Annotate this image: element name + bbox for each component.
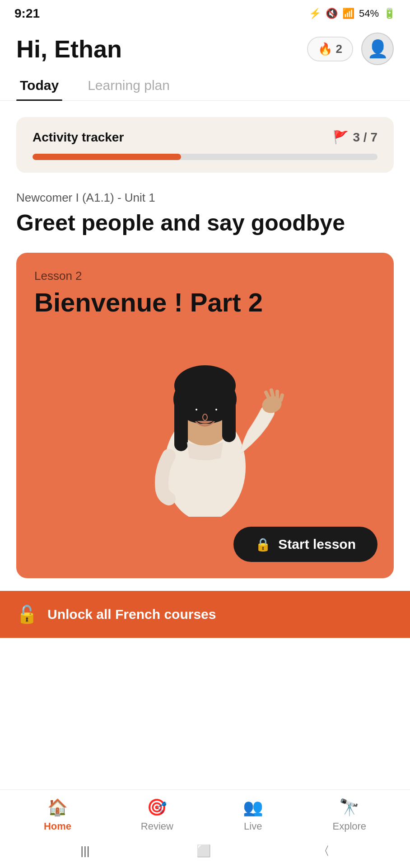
svg-line-13 <box>266 392 268 397</box>
nav-item-review[interactable]: 🎯 Review <box>141 798 173 832</box>
explore-icon: 🔭 <box>339 798 359 817</box>
profile-button[interactable]: 👤 <box>361 33 394 65</box>
status-time: 9:21 <box>14 6 40 21</box>
nav-menu-button[interactable]: ||| <box>80 844 89 858</box>
svg-rect-5 <box>222 397 236 442</box>
tab-learning-plan[interactable]: Learning plan <box>84 70 173 100</box>
svg-point-9 <box>196 409 197 410</box>
bluetooth-icon: ⚡ <box>309 8 321 19</box>
start-lesson-label: Start lesson <box>278 537 356 552</box>
header: Hi, Ethan 🔥 2 👤 <box>0 25 410 70</box>
svg-point-8 <box>211 408 219 413</box>
flag-icon: 🚩 <box>333 130 349 145</box>
tracker-title: Activity tracker <box>33 130 124 145</box>
battery-level: 54% <box>359 8 379 19</box>
svg-rect-4 <box>174 397 188 451</box>
mute-icon: 🔇 <box>326 8 338 19</box>
lesson-number: Lesson 2 <box>34 269 376 283</box>
status-icons: ⚡ 🔇 📶 54% 🔋 <box>309 8 396 19</box>
svg-point-7 <box>191 408 199 413</box>
header-actions: 🔥 2 👤 <box>307 33 394 65</box>
tracker-header: Activity tracker 🚩 3 / 7 <box>33 130 377 145</box>
progress-bar-background <box>33 154 377 160</box>
nav-items: 🏠 Home 🎯 Review 👥 Live 🔭 Explore <box>0 790 410 837</box>
flame-icon: 🔥 <box>318 42 332 56</box>
wifi-icon: 📶 <box>342 8 354 19</box>
svg-line-14 <box>271 390 273 396</box>
tab-bar: Today Learning plan <box>0 70 410 101</box>
lesson-card: Lesson 2 Bienvenue ! Part 2 <box>16 253 394 578</box>
home-icon: 🏠 <box>47 798 68 817</box>
person-svg <box>124 327 286 517</box>
live-icon: 👥 <box>243 798 263 817</box>
unlock-icon: 🔓 <box>16 604 37 624</box>
review-label: Review <box>141 821 173 832</box>
svg-point-10 <box>215 409 217 410</box>
nav-item-explore[interactable]: 🔭 Explore <box>333 798 367 832</box>
explore-label: Explore <box>333 821 367 832</box>
unit-label: Newcomer I (A1.1) - Unit 1 <box>16 191 394 205</box>
tracker-current: 3 / 7 <box>353 130 377 145</box>
start-btn-wrapper: 🔒 Start lesson <box>233 527 377 562</box>
unit-info: Newcomer I (A1.1) - Unit 1 Greet people … <box>0 173 410 240</box>
battery-icon: 🔋 <box>383 8 396 19</box>
tab-today[interactable]: Today <box>16 70 62 100</box>
lock-icon: 🔒 <box>255 537 271 552</box>
streak-badge[interactable]: 🔥 2 <box>307 37 353 61</box>
system-nav-bar: ||| ⬜ 〈 <box>0 837 410 868</box>
streak-count: 2 <box>336 42 342 56</box>
greeting-text: Hi, Ethan <box>16 35 122 63</box>
unlock-text: Unlock all French courses <box>47 607 216 622</box>
nav-item-live[interactable]: 👥 Live <box>243 798 263 832</box>
live-label: Live <box>244 821 262 832</box>
nav-home-button[interactable]: ⬜ <box>196 844 211 858</box>
start-lesson-button[interactable]: 🔒 Start lesson <box>233 527 377 562</box>
progress-bar-fill <box>33 154 181 160</box>
nav-back-button[interactable]: 〈 <box>318 843 330 859</box>
activity-tracker: Activity tracker 🚩 3 / 7 <box>16 117 394 173</box>
lesson-illustration <box>16 327 394 517</box>
unit-title: Greet people and say goodbye <box>16 209 394 236</box>
unlock-banner[interactable]: 🔓 Unlock all French courses <box>0 591 410 638</box>
svg-line-16 <box>281 395 282 400</box>
lesson-card-content: Lesson 2 Bienvenue ! Part 2 <box>16 253 394 318</box>
tracker-score: 🚩 3 / 7 <box>333 130 377 145</box>
svg-point-6 <box>174 365 236 406</box>
avatar-icon: 👤 <box>367 39 388 59</box>
nav-item-home[interactable]: 🏠 Home <box>44 798 71 832</box>
review-icon: 🎯 <box>147 798 167 817</box>
home-label: Home <box>44 821 71 832</box>
lesson-title: Bienvenue ! Part 2 <box>34 288 376 318</box>
bottom-nav: 🏠 Home 🎯 Review 👥 Live 🔭 Explore ||| ⬜ 〈 <box>0 789 410 868</box>
status-bar: 9:21 ⚡ 🔇 📶 54% 🔋 <box>0 0 410 25</box>
